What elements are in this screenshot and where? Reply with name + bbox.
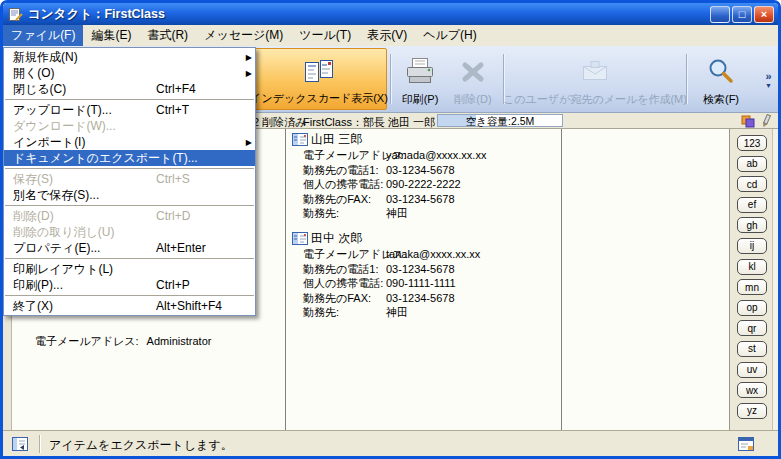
split-view-icon[interactable] xyxy=(736,435,756,453)
status-bar: アイテムをエクスポートします。 xyxy=(3,430,778,456)
print-button[interactable]: 印刷(P) xyxy=(394,48,446,110)
menu-bar-item[interactable]: メッセージ(M) xyxy=(196,25,291,46)
file-menu-item-label: アップロード(T)... xyxy=(13,102,112,119)
file-menu-item-label: 印刷(P)... xyxy=(13,277,63,294)
file-menu-item[interactable]: 印刷(P)...Ctrl+P xyxy=(4,277,255,293)
file-menu-item[interactable]: ドキュメントのエクスポート(T)... xyxy=(4,150,255,166)
pane-toggle-icon[interactable] xyxy=(11,436,29,452)
file-menu-item[interactable]: 削除の取り消し(U) xyxy=(4,224,255,240)
contact-card[interactable]: 山田 三郎電子メールアドレス:yamada@xxxx.xx.xx勤務先の電話1:… xyxy=(292,131,558,221)
contact-field-label: 勤務先のFAX: xyxy=(303,192,386,207)
toolbar-overflow-button[interactable]: » ▼ xyxy=(765,72,772,90)
file-menu: 新規作成(N)▶開く(O)▶閉じる(C)Ctrl+F4アップロード(T)...C… xyxy=(3,47,256,316)
maximize-button[interactable]: □ xyxy=(732,6,752,23)
file-menu-item-label: ダウンロード(W)... xyxy=(13,118,116,135)
menu-bar-item[interactable]: 表示(V) xyxy=(359,25,415,46)
file-menu-item-label: プロパティ(E)... xyxy=(13,240,100,257)
contact-field-value: 03-1234-5678 xyxy=(386,291,455,306)
toolbar-button-label: このユーザが宛先のメールを作成(M) xyxy=(503,92,687,107)
file-menu-item[interactable]: 印刷レイアウト(L) xyxy=(4,261,255,277)
index-tab-button[interactable]: op xyxy=(737,300,767,316)
contact-field-label: 個人の携帯電話: xyxy=(303,177,386,192)
contact-field-row: 電子メールアドレス:tanaka@xxxx.xx.xx xyxy=(292,247,558,262)
email-label: 電子メールアドレス: xyxy=(35,335,139,347)
layered-view-icon[interactable] xyxy=(741,115,755,128)
index-tab-button[interactable]: ab xyxy=(737,156,767,172)
index-tab-button[interactable]: gh xyxy=(737,217,767,233)
file-menu-separator xyxy=(5,205,254,206)
contact-field-row: 勤務先の電話1:03-1234-5678 xyxy=(292,262,558,277)
index-tab-button[interactable]: wx xyxy=(737,382,767,398)
contact-card-header: 山田 三郎 xyxy=(292,131,558,148)
file-menu-item[interactable]: 閉じる(C)Ctrl+F4 xyxy=(4,81,255,97)
minimize-button[interactable]: _ xyxy=(710,6,730,23)
file-menu-item-shortcut: Ctrl+D xyxy=(156,209,240,223)
file-menu-item[interactable]: プロパティ(E)...Alt+Enter xyxy=(4,240,255,256)
pane-splitter[interactable] xyxy=(285,129,286,430)
toolbar-button-label: インデックスカード表示(X) xyxy=(250,91,388,106)
file-menu-item[interactable]: 終了(X)Alt+Shift+F4 xyxy=(4,298,255,314)
file-menu-item-label: 削除(D) xyxy=(13,208,54,225)
file-menu-item[interactable]: アップロード(T)...Ctrl+T xyxy=(4,102,255,118)
index-tab-button[interactable]: qr xyxy=(737,320,767,336)
edit-pencil-icon[interactable] xyxy=(760,114,772,128)
toolbar-buttons: インデックスカード表示(X) 印刷(P) xyxy=(251,46,778,112)
contact-card[interactable]: 田中 次郎電子メールアドレス:tanaka@xxxx.xx.xx勤務先の電話1:… xyxy=(292,230,558,320)
contact-field-value: yamada@xxxx.xx.xx xyxy=(386,148,486,163)
contact-name: 田中 次郎 xyxy=(311,230,362,247)
file-menu-item-label: 新規作成(N) xyxy=(13,49,78,66)
toolbar-separator xyxy=(390,54,391,104)
menu-bar-item[interactable]: ヘルプ(H) xyxy=(415,25,485,46)
contact-field-label: 勤務先のFAX: xyxy=(303,291,386,306)
index-tab-strip: 123abcdefghijklmnopqrstuvwxyz xyxy=(729,129,778,430)
contact-field-value: 神田 xyxy=(386,305,408,320)
index-tab-button[interactable]: mn xyxy=(737,279,767,295)
toolbar-separator xyxy=(686,54,687,104)
index-tab-button[interactable]: ij xyxy=(737,238,767,254)
index-tab-button[interactable]: yz xyxy=(737,403,767,419)
index-tab-button[interactable]: uv xyxy=(737,362,767,378)
file-menu-item-shortcut: Ctrl+T xyxy=(156,103,240,117)
title-bar[interactable]: コンタクト：FirstClass _ □ × xyxy=(3,3,778,25)
submenu-arrow-icon: ▶ xyxy=(240,69,252,78)
index-card-view-button[interactable]: インデックスカード表示(X) xyxy=(251,48,387,110)
menu-bar: ファイル(F)編集(E)書式(R)メッセージ(M)ツール(T)表示(V)ヘルプ(… xyxy=(3,25,778,46)
search-button[interactable]: 検索(F) xyxy=(690,48,752,110)
menu-bar-item[interactable]: ファイル(F) xyxy=(3,25,83,46)
file-menu-item[interactable]: ダウンロード(W)... xyxy=(4,118,255,134)
toolbar-button-label: 削除(D) xyxy=(454,92,491,107)
search-icon xyxy=(706,51,736,92)
contact-name: 山田 三郎 xyxy=(311,131,362,148)
file-menu-item[interactable]: 削除(D)Ctrl+D xyxy=(4,208,255,224)
close-button[interactable]: × xyxy=(754,6,774,23)
index-tab-button[interactable]: kl xyxy=(737,259,767,275)
contact-field-value: 090-2222-2222 xyxy=(386,177,461,192)
index-tab-button[interactable]: st xyxy=(737,341,767,357)
file-menu-item-label: 開く(O) xyxy=(13,65,55,82)
file-menu-separator xyxy=(5,168,254,169)
menu-bar-item[interactable]: 書式(R) xyxy=(139,25,196,46)
menu-bar-item[interactable]: ツール(T) xyxy=(291,25,359,46)
file-menu-item-label: 閉じる(C) xyxy=(13,81,66,98)
file-menu-item[interactable]: インポート(I)▶ xyxy=(4,134,255,150)
delete-button[interactable]: 削除(D) xyxy=(446,48,500,110)
compose-mail-to-user-button[interactable]: このユーザが宛先のメールを作成(M) xyxy=(507,48,683,110)
file-menu-separator xyxy=(5,295,254,296)
index-tab-button[interactable]: ef xyxy=(737,197,767,213)
file-menu-item-shortcut: Alt+Shift+F4 xyxy=(156,299,240,313)
file-menu-item[interactable]: 新規作成(N)▶ xyxy=(4,49,255,65)
file-menu-item[interactable]: 別名で保存(S)... xyxy=(4,187,255,203)
email-value: Administrator xyxy=(147,335,212,347)
file-menu-item-shortcut: Alt+Enter xyxy=(156,241,240,255)
toolbar-button-label: 検索(F) xyxy=(703,92,739,107)
contact-field-value: 03-1234-5678 xyxy=(386,262,455,277)
index-tab-button[interactable]: 123 xyxy=(737,135,767,151)
index-tab-button[interactable]: cd xyxy=(737,176,767,192)
menu-bar-item[interactable]: 編集(E) xyxy=(83,25,139,46)
file-menu-item[interactable]: 開く(O)▶ xyxy=(4,65,255,81)
contact-field-label: 電子メールアドレス: xyxy=(303,247,386,262)
contact-cards: 山田 三郎電子メールアドレス:yamada@xxxx.xx.xx勤務先の電話1:… xyxy=(292,131,558,329)
file-menu-item[interactable]: 保存(S)Ctrl+S xyxy=(4,171,255,187)
file-menu-item-label: 削除の取り消し(U) xyxy=(13,224,115,241)
close-icon: × xyxy=(761,8,767,20)
